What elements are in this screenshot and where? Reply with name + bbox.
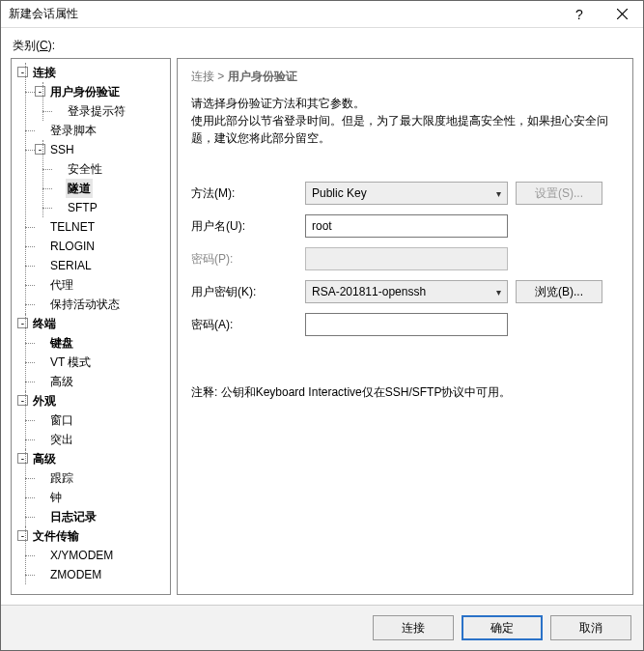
tree-auth[interactable]: 用户身份验证 — [48, 82, 122, 101]
tree-security[interactable]: 安全性 — [66, 159, 104, 179]
settings-button[interactable]: 设置(S)... — [516, 182, 602, 205]
expander-icon[interactable]: - — [35, 86, 45, 97]
category-tree[interactable]: -连接 -用户身份验证 登录提示符 登录脚本 -SSH 安全性 — [11, 58, 171, 595]
expander-icon[interactable]: - — [17, 530, 28, 541]
tree-serial[interactable]: SERIAL — [48, 256, 94, 275]
browse-button[interactable]: 浏览(B)... — [516, 280, 602, 303]
tree-connection[interactable]: 连接 — [31, 63, 58, 82]
tree-highlight[interactable]: 突出 — [48, 430, 75, 449]
tree-appearance[interactable]: 外观 — [31, 391, 58, 410]
tree-rlogin[interactable]: RLOGIN — [48, 237, 97, 256]
chevron-down-icon: ▾ — [496, 188, 501, 199]
tree-xymodem[interactable]: X/YMODEM — [48, 546, 115, 565]
password-label: 密码(P): — [191, 251, 297, 268]
tree-keepalive[interactable]: 保持活动状态 — [48, 295, 122, 314]
expander-icon[interactable]: - — [35, 144, 45, 155]
tree-keyboard[interactable]: 键盘 — [48, 333, 75, 353]
username-input[interactable] — [305, 214, 508, 238]
chevron-down-icon: ▾ — [496, 287, 501, 297]
question-icon: ? — [575, 7, 583, 22]
userkey-value: RSA-201811-openssh — [312, 285, 426, 298]
tree-sftp[interactable]: SFTP — [66, 198, 99, 217]
connect-button[interactable]: 连接 — [373, 615, 454, 640]
tree-filetrans[interactable]: 文件传输 — [31, 526, 81, 546]
tree-clock[interactable]: 钟 — [48, 488, 64, 507]
footer: 连接 确定 取消 — [1, 605, 643, 650]
ok-button[interactable]: 确定 — [462, 615, 543, 640]
password-input — [305, 247, 508, 270]
breadcrumb: 连接 > 用户身份验证 — [191, 69, 619, 85]
right-panel: 连接 > 用户身份验证 请选择身份验证方法和其它参数。 使用此部分以节省登录时间… — [177, 58, 633, 595]
close-icon — [617, 9, 628, 19]
help-button[interactable]: ? — [558, 1, 601, 28]
tree-advanced2[interactable]: 高级 — [31, 449, 58, 468]
window-title: 新建会话属性 — [1, 6, 558, 22]
username-label: 用户名(U): — [191, 218, 297, 235]
tree-ssh[interactable]: SSH — [48, 140, 76, 159]
tree-advanced[interactable]: 高级 — [48, 372, 75, 391]
method-select[interactable]: Public Key ▾ — [305, 182, 508, 205]
tree-login-script[interactable]: 登录脚本 — [48, 121, 98, 140]
titlebar: 新建会话属性 ? — [1, 1, 643, 28]
userkey-label: 用户密钥(K): — [191, 284, 297, 300]
tree-proxy[interactable]: 代理 — [48, 275, 75, 295]
tree-tunnel[interactable]: 隧道 — [66, 179, 93, 198]
method-label: 方法(M): — [191, 185, 297, 202]
userkey-select[interactable]: RSA-201811-openssh ▾ — [305, 280, 508, 303]
tree-login-prompt[interactable]: 登录提示符 — [66, 101, 127, 121]
breadcrumb-current: 用户身份验证 — [228, 70, 297, 83]
tree-zmodem[interactable]: ZMODEM — [48, 565, 103, 584]
passphrase-input[interactable] — [305, 313, 508, 336]
tree-logging[interactable]: 日志记录 — [48, 507, 98, 526]
method-value: Public Key — [312, 186, 367, 200]
note-text: 注释: 公钥和Keyboard Interactive仅在SSH/SFTP协议中… — [191, 384, 619, 401]
tree-vtmode[interactable]: VT 模式 — [48, 353, 93, 372]
expander-icon[interactable]: - — [17, 318, 28, 328]
category-label: 类别(C): — [13, 38, 633, 54]
expander-icon[interactable]: - — [17, 395, 28, 406]
tree-telnet[interactable]: TELNET — [48, 217, 97, 237]
tree-trace[interactable]: 跟踪 — [48, 468, 75, 488]
tree-window[interactable]: 窗口 — [48, 410, 75, 430]
description: 请选择身份验证方法和其它参数。 使用此部分以节省登录时间。但是，为了最大限度地提… — [191, 95, 619, 147]
expander-icon[interactable]: - — [17, 67, 28, 77]
expander-icon[interactable]: - — [17, 453, 28, 464]
cancel-button[interactable]: 取消 — [550, 615, 631, 640]
passphrase-label: 密码(A): — [191, 317, 297, 333]
breadcrumb-parent: 连接 — [191, 70, 214, 83]
tree-terminal[interactable]: 终端 — [31, 314, 58, 333]
close-button[interactable] — [601, 1, 643, 28]
